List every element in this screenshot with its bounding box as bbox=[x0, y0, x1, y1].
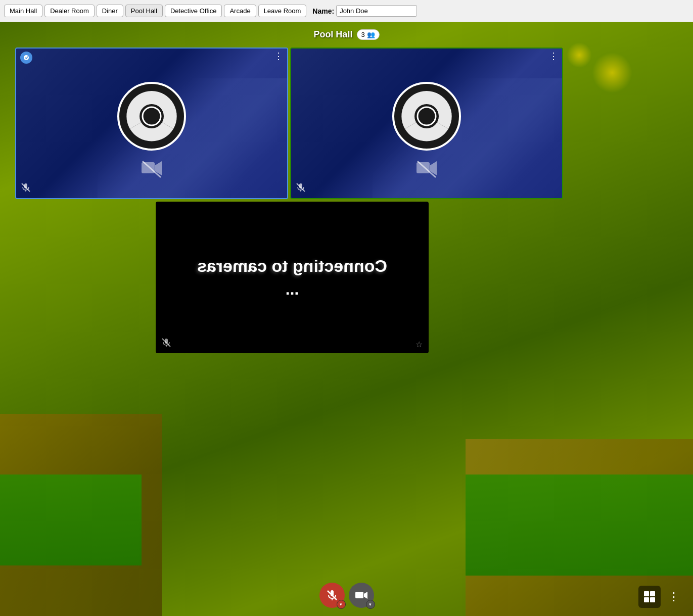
grid-view-button[interactable] bbox=[638, 586, 661, 608]
user-count-badge: 3 👥 bbox=[356, 29, 379, 40]
connecting-tile: Connecting to cameras ... ☆ bbox=[156, 202, 429, 353]
room-title: Pool Hall bbox=[313, 29, 352, 40]
connecting-text: Connecting to cameras ... bbox=[197, 256, 387, 299]
bottom-controls: ▾ ▾ bbox=[319, 583, 374, 608]
nav-btn-main-hall[interactable]: Main Hall bbox=[4, 5, 42, 17]
video-tile-1: ⋮ bbox=[15, 48, 288, 199]
video-grid: ⋮ bbox=[15, 48, 563, 199]
more-options-button[interactable]: ⋮ bbox=[665, 588, 683, 606]
svg-rect-13 bbox=[417, 162, 430, 173]
bottom-right-controls: ⋮ bbox=[638, 586, 683, 608]
connecting-text-line2: ... bbox=[197, 280, 387, 299]
tile2-menu-button[interactable]: ⋮ bbox=[549, 52, 558, 61]
camera-dropdown-button[interactable]: ▾ bbox=[366, 600, 375, 609]
svg-rect-25 bbox=[355, 592, 363, 598]
nav-btn-pool-hall[interactable]: Pool Hall bbox=[125, 5, 163, 17]
pool-felt-right bbox=[466, 475, 693, 576]
svg-point-0 bbox=[24, 55, 29, 60]
name-label: Name: bbox=[312, 7, 334, 15]
svg-rect-28 bbox=[650, 591, 655, 596]
mic-dropdown-button[interactable]: ▾ bbox=[337, 600, 346, 609]
video-tile-2: ⋮ bbox=[290, 48, 563, 199]
tile2-mic-muted-icon bbox=[296, 183, 305, 194]
tile2-obs-logo bbox=[391, 81, 462, 152]
nav-btn-arcade[interactable]: Arcade bbox=[224, 5, 256, 17]
svg-rect-30 bbox=[650, 597, 655, 602]
yellow-light-2 bbox=[567, 42, 592, 68]
name-input[interactable] bbox=[336, 5, 417, 17]
connecting-mic-icon bbox=[162, 338, 171, 349]
mic-control-wrapper: ▾ bbox=[319, 583, 345, 608]
connecting-text-line1: Connecting to cameras bbox=[197, 256, 387, 276]
tile2-video-muted-icon bbox=[417, 160, 437, 183]
tile1-video-muted-icon bbox=[142, 160, 162, 183]
svg-marker-26 bbox=[364, 592, 367, 599]
nav-btn-detective-office[interactable]: Detective Office bbox=[165, 5, 222, 17]
nav-btn-leave-room[interactable]: Leave Room bbox=[258, 5, 307, 17]
tile1-menu-button[interactable]: ⋮ bbox=[274, 52, 283, 61]
pool-felt-left bbox=[0, 475, 142, 565]
user-count: 3 bbox=[361, 31, 364, 38]
svg-rect-27 bbox=[644, 591, 649, 596]
tile1-obs-logo bbox=[116, 81, 187, 152]
top-navigation: Main Hall Dealer Room Diner Pool Hall De… bbox=[0, 0, 693, 22]
connecting-star-icon[interactable]: ☆ bbox=[415, 340, 423, 349]
tile1-active-indicator bbox=[20, 52, 32, 64]
svg-rect-4 bbox=[142, 162, 155, 173]
room-title-bar: Pool Hall 3 👥 bbox=[313, 29, 379, 40]
main-area: Pool Hall 3 👥 bbox=[0, 22, 693, 616]
camera-control-wrapper: ▾ bbox=[349, 583, 374, 608]
svg-rect-29 bbox=[644, 597, 649, 602]
yellow-light-1 bbox=[592, 53, 632, 93]
nav-btn-dealer-room[interactable]: Dealer Room bbox=[44, 5, 95, 17]
users-icon: 👥 bbox=[367, 31, 375, 38]
nav-btn-diner[interactable]: Diner bbox=[97, 5, 123, 17]
tile1-mic-muted-icon bbox=[21, 183, 30, 194]
